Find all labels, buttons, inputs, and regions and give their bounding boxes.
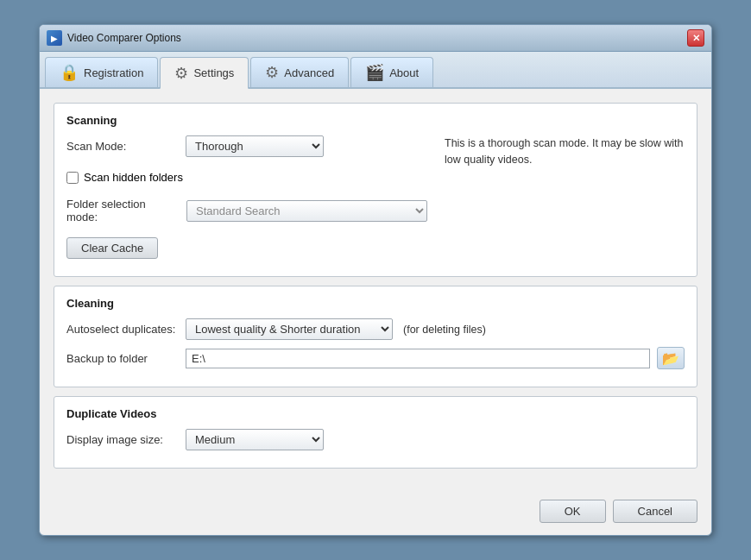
- tab-settings-label: Settings: [193, 66, 234, 79]
- window-title: Video Comparer Options: [67, 32, 181, 44]
- gear-icon-advanced: ⚙: [265, 63, 279, 82]
- display-size-label: Display image size:: [66, 433, 179, 446]
- scan-mode-label: Scan Mode:: [66, 140, 179, 153]
- cancel-button[interactable]: Cancel: [613, 500, 697, 523]
- tab-advanced[interactable]: ⚙ Advanced: [250, 57, 349, 87]
- folder-mode-row: Folder selection mode: Standard Search C…: [66, 198, 427, 223]
- scan-hidden-checkbox[interactable]: [66, 172, 79, 184]
- scan-mode-form-row: Scan Mode: Thorough Fast Deep: [66, 135, 427, 157]
- tabs-bar: 🔒 Registration ⚙ Settings ⚙ Advanced 🎬 A…: [40, 52, 711, 89]
- backup-label: Backup to folder: [66, 352, 179, 365]
- duplicate-videos-title: Duplicate Videos: [66, 407, 685, 420]
- display-size-select[interactable]: Small Medium Large: [186, 429, 324, 450]
- ok-button[interactable]: OK: [540, 500, 606, 523]
- tab-settings[interactable]: ⚙ Settings: [160, 57, 249, 89]
- close-button[interactable]: ✕: [687, 29, 704, 47]
- backup-folder-input[interactable]: [186, 349, 650, 368]
- title-bar: ▶ Video Comparer Options ✕: [40, 25, 711, 52]
- folder-mode-label: Folder selection mode:: [66, 198, 180, 223]
- scan-mode-row: Scan Mode: Thorough Fast Deep Scan hidde…: [66, 135, 685, 266]
- autoselect-select[interactable]: Lowest quality & Shorter duration Highes…: [186, 318, 393, 340]
- tab-advanced-label: Advanced: [284, 66, 334, 79]
- tab-about-label: About: [389, 66, 419, 79]
- app-icon: ▶: [47, 30, 62, 46]
- main-window: ▶ Video Comparer Options ✕ 🔒 Registratio…: [39, 24, 712, 536]
- scanning-title: Scanning: [66, 114, 685, 127]
- tab-registration-label: Registration: [84, 66, 143, 79]
- tab-about[interactable]: 🎬 About: [350, 57, 433, 87]
- lock-icon: 🔒: [60, 63, 79, 82]
- cleaning-title: Cleaning: [66, 297, 685, 310]
- duplicate-videos-section: Duplicate Videos Display image size: Sma…: [54, 396, 697, 469]
- autoselect-row: Autoselect duplicates: Lowest quality & …: [66, 318, 685, 340]
- film-icon: 🎬: [365, 63, 384, 82]
- scan-hidden-label: Scan hidden folders: [84, 171, 183, 184]
- scanning-section: Scanning Scan Mode: Thorough Fast Deep S…: [54, 103, 697, 277]
- backup-row: Backup to folder 📂: [66, 347, 685, 369]
- browse-folder-button[interactable]: 📂: [657, 347, 685, 369]
- tab-registration[interactable]: 🔒 Registration: [45, 57, 158, 87]
- scan-mode-left: Scan Mode: Thorough Fast Deep Scan hidde…: [66, 135, 427, 266]
- for-deleting-label: (for deleting files): [403, 324, 486, 336]
- content-area: Scanning Scan Mode: Thorough Fast Deep S…: [40, 89, 711, 491]
- clear-cache-button[interactable]: Clear Cache: [66, 237, 158, 259]
- gear-icon-settings: ⚙: [174, 64, 188, 83]
- scan-description: This is a thorough scan mode. It may be …: [445, 135, 685, 168]
- folder-mode-select[interactable]: Standard Search Custom: [186, 200, 427, 222]
- display-size-row: Display image size: Small Medium Large: [66, 429, 685, 450]
- autoselect-label: Autoselect duplicates:: [66, 323, 179, 336]
- scan-mode-select[interactable]: Thorough Fast Deep: [186, 135, 324, 157]
- scan-hidden-row: Scan hidden folders: [66, 171, 427, 184]
- clear-cache-row: Clear Cache: [66, 237, 427, 259]
- cleaning-section: Cleaning Autoselect duplicates: Lowest q…: [54, 286, 697, 387]
- title-bar-left: ▶ Video Comparer Options: [47, 30, 181, 46]
- footer: OK Cancel: [40, 491, 711, 535]
